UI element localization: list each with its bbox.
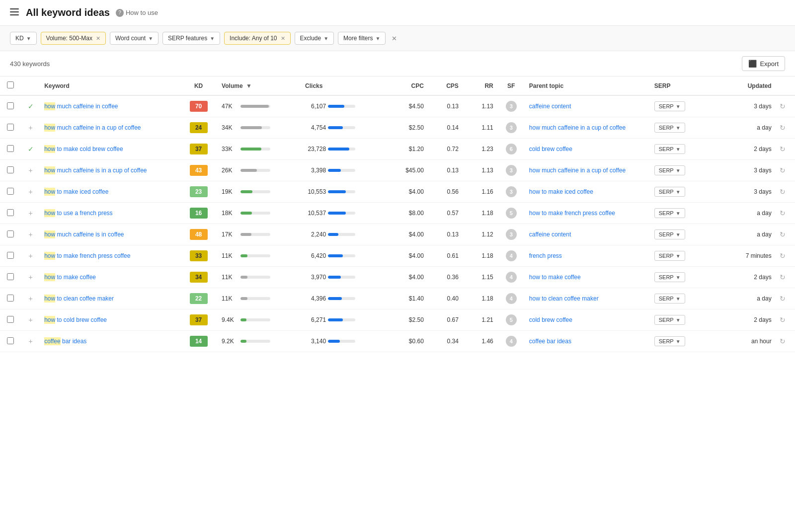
- row-checkbox[interactable]: [7, 124, 14, 131]
- serp-dropdown[interactable]: SERP ▼: [654, 165, 685, 175]
- close-icon[interactable]: ✕: [96, 35, 100, 42]
- row-checkbox-cell[interactable]: [0, 139, 21, 160]
- row-checkbox-cell[interactable]: [0, 95, 21, 117]
- action-icon[interactable]: +: [28, 209, 32, 217]
- serp-dropdown[interactable]: SERP ▼: [654, 336, 685, 346]
- parent-topic-link[interactable]: how much caffeine in a cup of coffee: [529, 167, 626, 174]
- row-checkbox-cell[interactable]: [0, 224, 21, 245]
- parent-topic-link[interactable]: how much caffeine in a cup of coffee: [529, 124, 626, 131]
- filter-include[interactable]: Include: Any of 10 ✕: [224, 32, 290, 45]
- serp-dropdown[interactable]: SERP ▼: [654, 208, 685, 218]
- parent-topic-link[interactable]: caffeine content: [529, 103, 571, 110]
- clear-all-icon[interactable]: ✕: [392, 35, 397, 42]
- kd-col-header[interactable]: KD: [179, 76, 218, 95]
- keyword-link[interactable]: how to cold brew coffee: [44, 316, 107, 324]
- parent-topic-link[interactable]: how to make iced coffee: [529, 188, 593, 195]
- parent-topic-link[interactable]: how to clean coffee maker: [529, 295, 599, 302]
- keyword-link[interactable]: how much caffeine in coffee: [44, 102, 118, 110]
- parent-topic-link[interactable]: caffeine content: [529, 231, 571, 238]
- action-icon[interactable]: +: [28, 273, 32, 281]
- serp-dropdown[interactable]: SERP ▼: [654, 294, 685, 304]
- parent-topic-link[interactable]: cold brew coffee: [529, 316, 572, 323]
- action-icon[interactable]: +: [28, 188, 32, 196]
- action-icon[interactable]: +: [28, 124, 32, 132]
- action-icon[interactable]: ✓: [28, 102, 34, 110]
- keyword-link[interactable]: how much caffeine is in a cup of coffee: [44, 166, 147, 174]
- row-checkbox[interactable]: [7, 252, 14, 259]
- filter-serp-features[interactable]: SERP features ▼: [162, 32, 220, 45]
- serp-dropdown[interactable]: SERP ▼: [654, 272, 685, 282]
- filter-more[interactable]: More filters ▼: [338, 32, 386, 45]
- filter-volume[interactable]: Volume: 500-Max ✕: [41, 32, 106, 45]
- refresh-icon[interactable]: ↻: [780, 273, 786, 281]
- row-checkbox[interactable]: [7, 316, 14, 323]
- refresh-icon[interactable]: ↻: [780, 102, 786, 110]
- keyword-link[interactable]: how to make iced coffee: [44, 188, 108, 196]
- keyword-link[interactable]: how much caffeine in a cup of coffee: [44, 124, 141, 132]
- row-checkbox-cell[interactable]: [0, 203, 21, 224]
- refresh-icon[interactable]: ↻: [780, 230, 786, 238]
- row-checkbox[interactable]: [7, 295, 14, 302]
- keyword-link[interactable]: how to use a french press: [44, 209, 112, 217]
- serp-dropdown[interactable]: SERP ▼: [654, 251, 685, 261]
- parent-topic-link[interactable]: french press: [529, 252, 562, 259]
- serp-dropdown[interactable]: SERP ▼: [654, 144, 685, 154]
- serp-dropdown[interactable]: SERP ▼: [654, 101, 685, 111]
- row-checkbox[interactable]: [7, 273, 14, 280]
- row-checkbox[interactable]: [7, 145, 14, 152]
- refresh-icon[interactable]: ↻: [780, 337, 786, 345]
- help-badge[interactable]: ? How to use: [116, 9, 158, 17]
- row-checkbox-cell[interactable]: [0, 181, 21, 203]
- action-icon[interactable]: +: [28, 295, 32, 303]
- parent-topic-link[interactable]: coffee bar ideas: [529, 338, 571, 345]
- action-icon[interactable]: +: [28, 230, 32, 238]
- row-checkbox-cell[interactable]: [0, 117, 21, 139]
- keyword-link[interactable]: how to make french press coffee: [44, 252, 130, 260]
- action-icon[interactable]: +: [28, 316, 32, 324]
- hamburger-icon[interactable]: [10, 8, 19, 17]
- row-checkbox[interactable]: [7, 166, 14, 173]
- close-icon[interactable]: ✕: [281, 35, 285, 42]
- row-checkbox[interactable]: [7, 209, 14, 216]
- action-icon[interactable]: +: [28, 166, 32, 174]
- parent-topic-link[interactable]: how to make coffee: [529, 274, 581, 281]
- row-checkbox-cell[interactable]: [0, 245, 21, 267]
- refresh-icon[interactable]: ↻: [780, 209, 786, 217]
- row-checkbox[interactable]: [7, 188, 14, 195]
- refresh-icon[interactable]: ↻: [780, 295, 786, 303]
- action-icon[interactable]: ✓: [28, 145, 34, 153]
- keyword-link[interactable]: how to clean coffee maker: [44, 295, 114, 303]
- row-checkbox-cell[interactable]: [0, 267, 21, 288]
- refresh-icon[interactable]: ↻: [780, 252, 786, 260]
- refresh-icon[interactable]: ↻: [780, 188, 786, 196]
- serp-dropdown[interactable]: SERP ▼: [654, 315, 685, 325]
- action-icon[interactable]: +: [28, 252, 32, 260]
- filter-exclude[interactable]: Exclude ▼: [295, 32, 334, 45]
- keyword-link[interactable]: how much caffeine is in coffee: [44, 230, 124, 238]
- keyword-link[interactable]: how to make cold brew coffee: [44, 145, 123, 153]
- serp-dropdown[interactable]: SERP ▼: [654, 229, 685, 239]
- refresh-icon[interactable]: ↻: [780, 166, 786, 174]
- filter-kd[interactable]: KD ▼: [10, 32, 37, 45]
- select-all-checkbox[interactable]: [7, 81, 14, 88]
- refresh-icon[interactable]: ↻: [780, 145, 786, 153]
- row-checkbox[interactable]: [7, 102, 14, 109]
- serp-dropdown[interactable]: SERP ▼: [654, 123, 685, 133]
- row-checkbox[interactable]: [7, 337, 14, 344]
- filter-word-count[interactable]: Word count ▼: [110, 32, 159, 45]
- serp-dropdown[interactable]: SERP ▼: [654, 187, 685, 197]
- row-checkbox[interactable]: [7, 230, 14, 237]
- keyword-link[interactable]: coffee bar ideas: [44, 337, 86, 345]
- row-checkbox-cell[interactable]: [0, 288, 21, 309]
- row-checkbox-cell[interactable]: [0, 309, 21, 331]
- export-button[interactable]: ⬛ Export: [742, 56, 785, 71]
- refresh-icon[interactable]: ↻: [780, 316, 786, 324]
- parent-topic-link[interactable]: cold brew coffee: [529, 146, 572, 152]
- refresh-icon[interactable]: ↻: [780, 124, 786, 132]
- keyword-col-header[interactable]: Keyword: [40, 76, 179, 95]
- volume-col-header[interactable]: Volume ▼: [218, 76, 301, 95]
- action-icon[interactable]: +: [28, 337, 32, 345]
- parent-topic-link[interactable]: how to make french press coffee: [529, 210, 615, 217]
- select-all-header[interactable]: [0, 76, 21, 95]
- keyword-link[interactable]: how to make coffee: [44, 273, 96, 281]
